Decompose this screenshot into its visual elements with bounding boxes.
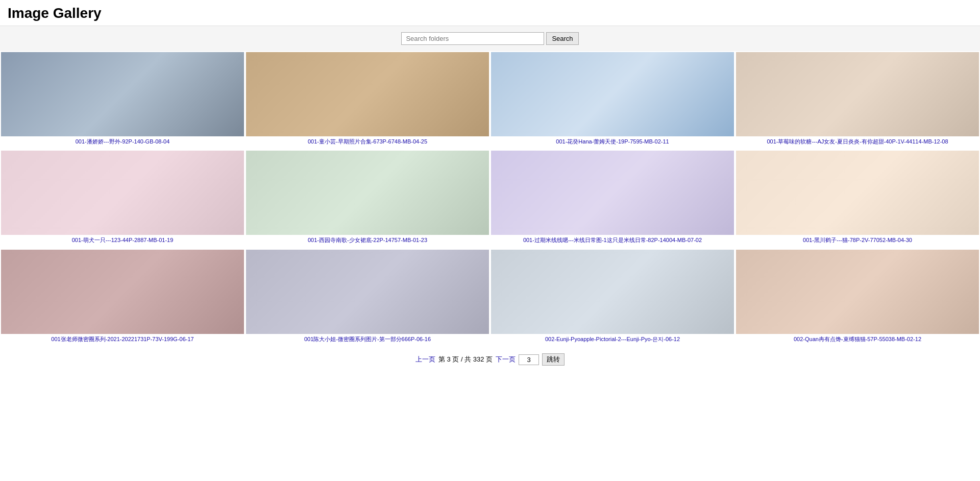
gallery-item: 001-童小芸-早期照片合集-673P-6748-MB-04-25 [245,51,490,150]
image-container [491,52,734,136]
gallery-item-link[interactable]: 002-Quan冉有点馋-束缚猫猫-57P-55038-MB-02-12 [792,334,923,346]
image-placeholder [491,250,734,334]
image-container [736,151,979,235]
app-title: Image Gallery [8,5,972,21]
image-placeholder [1,52,244,136]
image-container [491,151,734,235]
gallery-item-link[interactable]: 001-过期米线线嗯---米线日常图-1这只是米线日常-82P-14004-MB… [521,235,704,247]
image-container [1,250,244,334]
image-placeholder [491,52,734,136]
image-placeholder [736,52,979,136]
image-container [246,250,489,334]
search-button[interactable]: Search [546,32,578,45]
gallery-item: 002-Eunji-Pyoapple-Pictorial-2---Eunji-P… [490,249,735,347]
gallery-item-link[interactable]: 001-萌犬一只---123-44P-2887-MB-01-19 [70,235,176,247]
image-container [736,250,979,334]
image-placeholder [1,151,244,235]
image-placeholder [1,250,244,334]
image-placeholder [246,250,489,334]
gallery-item: 001张老师微密圈系列-2021-20221731P-73V-199G-06-1… [0,249,245,347]
gallery-item: 001陈大小姐-微密圈系列图片-第一部分666P-06-16 [245,249,490,347]
page-info: 第 3 页 / 共 332 页 [438,355,493,364]
page-number-input[interactable] [519,354,539,365]
app-header: Image Gallery [0,0,980,26]
image-container [1,52,244,136]
image-container [736,52,979,136]
search-input[interactable] [401,32,544,45]
prev-page-link[interactable]: 上一页 [415,355,435,364]
gallery-item-link[interactable]: 001-潘娇娇---野外-92P-140-GB-08-04 [74,136,172,149]
gallery-item: 001-过期米线线嗯---米线日常图-1这只是米线日常-82P-14004-MB… [490,150,735,248]
image-placeholder [491,151,734,235]
gallery-item-link[interactable]: 001-黑川鹤子---猫-78P-2V-77052-MB-04-30 [801,235,914,247]
pagination: 上一页 第 3 页 / 共 332 页 下一页 跳转 [0,347,980,372]
image-placeholder [246,52,489,136]
search-bar: Search [0,26,980,51]
next-page-link[interactable]: 下一页 [496,355,516,364]
jump-button[interactable]: 跳转 [542,353,565,366]
gallery-item-link[interactable]: 001陈大小姐-微密圈系列图片-第一部分666P-06-16 [302,334,433,346]
gallery-item-link[interactable]: 001-西园寺南歌-少女裙底-22P-14757-MB-01-23 [306,235,429,247]
gallery-item: 001-草莓味的软糖---AJ女友-夏日炎炎-有你超甜-40P-1V-44114… [735,51,980,150]
gallery: 001-潘娇娇---野外-92P-140-GB-08-04001-童小芸-早期照… [0,51,980,347]
gallery-item: 002-Quan冉有点馋-束缚猫猫-57P-55038-MB-02-12 [735,249,980,347]
gallery-item-link[interactable]: 001-童小芸-早期照片合集-673P-6748-MB-04-25 [306,136,429,149]
gallery-item: 001-花癸Hana-蕾姆天使-19P-7595-MB-02-11 [490,51,735,150]
image-placeholder [736,151,979,235]
gallery-item: 001-潘娇娇---野外-92P-140-GB-08-04 [0,51,245,150]
gallery-item: 001-萌犬一只---123-44P-2887-MB-01-19 [0,150,245,248]
gallery-item-link[interactable]: 001张老师微密圈系列-2021-20221731P-73V-199G-06-1… [49,334,195,346]
image-container [1,151,244,235]
image-container [491,250,734,334]
gallery-item: 001-黑川鹤子---猫-78P-2V-77052-MB-04-30 [735,150,980,248]
gallery-item-link[interactable]: 002-Eunji-Pyoapple-Pictorial-2---Eunji-P… [543,334,682,346]
image-placeholder [246,151,489,235]
image-placeholder [736,250,979,334]
image-container [246,52,489,136]
gallery-item-link[interactable]: 001-花癸Hana-蕾姆天使-19P-7595-MB-02-11 [554,136,671,149]
gallery-item: 001-西园寺南歌-少女裙底-22P-14757-MB-01-23 [245,150,490,248]
image-container [246,151,489,235]
gallery-item-link[interactable]: 001-草莓味的软糖---AJ女友-夏日炎炎-有你超甜-40P-1V-44114… [765,136,950,149]
